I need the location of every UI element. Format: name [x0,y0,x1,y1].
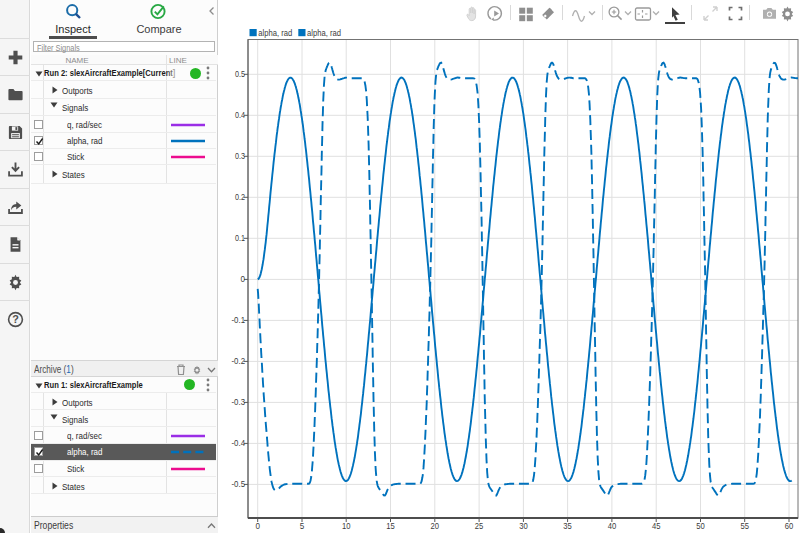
svg-text:?: ? [12,313,19,325]
svg-text:-0.3: -0.3 [232,397,246,407]
svg-text:0.5: 0.5 [235,69,245,79]
svg-text:0.1: 0.1 [235,233,245,243]
svg-text:0: 0 [255,521,260,531]
svg-text:30: 30 [519,521,528,531]
svg-text:50: 50 [696,521,705,531]
svg-text:45: 45 [652,521,661,531]
svg-text:-0.1: -0.1 [232,315,246,325]
svg-text:0: 0 [241,274,246,284]
svg-text:40: 40 [608,521,617,531]
svg-text:alpha, rad: alpha, rad [258,27,292,38]
svg-text:-0.5: -0.5 [232,479,246,489]
svg-text:-0.4: -0.4 [232,438,246,448]
svg-text:60: 60 [785,521,794,531]
svg-text:0.3: 0.3 [235,151,245,161]
svg-text:10: 10 [342,521,351,531]
svg-text:5: 5 [300,521,305,531]
svg-text:-0.2: -0.2 [232,356,246,366]
svg-text:20: 20 [431,521,440,531]
svg-text:0.4: 0.4 [235,110,245,120]
svg-text:25: 25 [475,521,484,531]
svg-text:55: 55 [740,521,749,531]
svg-text:15: 15 [386,521,395,531]
svg-text:0.2: 0.2 [235,192,245,202]
svg-text:alpha, rad: alpha, rad [307,27,341,38]
svg-text:35: 35 [563,521,572,531]
